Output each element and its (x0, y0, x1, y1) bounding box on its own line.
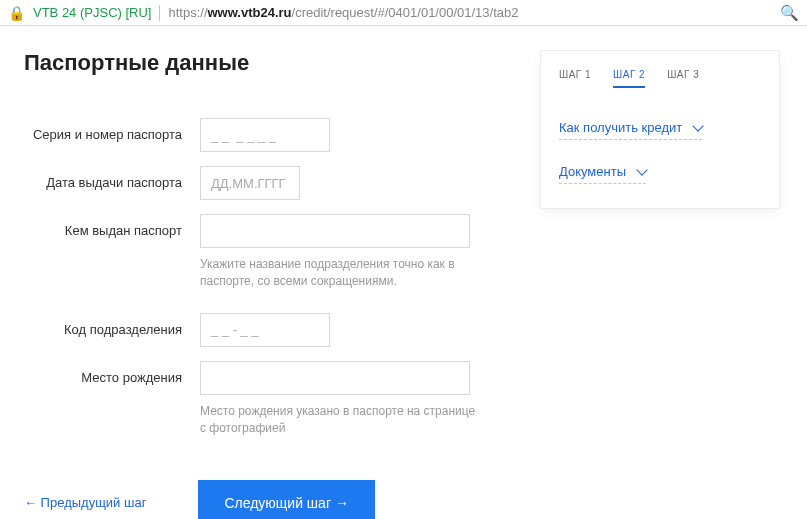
hint-birth-place: Место рождения указано в паспорте на стр… (200, 403, 480, 438)
side-link-label: Как получить кредит (559, 120, 682, 135)
step-1[interactable]: ШАГ 1 (559, 69, 591, 88)
input-dept-code[interactable] (200, 313, 330, 347)
input-passport-sn[interactable] (200, 118, 330, 152)
side-link-label: Документы (559, 164, 626, 179)
url[interactable]: https://www.vtb24.ru/credit/request/#/04… (168, 5, 518, 20)
input-issuer[interactable] (200, 214, 470, 248)
url-host: www.vtb24.ru (208, 5, 292, 20)
form-area: Паспортные данные Серия и номер паспорта… (24, 50, 516, 519)
url-path: /credit/request/#/0401/01/00/01/13/tab2 (292, 5, 519, 20)
lock-icon: 🔒 (8, 5, 25, 21)
search-icon[interactable]: 🔍 (780, 4, 799, 22)
input-issue-date[interactable] (200, 166, 300, 200)
hint-issuer: Укажите название подразделения точно как… (200, 256, 480, 291)
label-issue-date: Дата выдачи паспорта (24, 166, 200, 190)
step-tabs: ШАГ 1 ШАГ 2 ШАГ 3 (559, 69, 761, 88)
separator (159, 5, 160, 21)
step-3[interactable]: ШАГ 3 (667, 69, 699, 88)
side-link-docs[interactable]: Документы (559, 158, 646, 184)
sidebar: ШАГ 1 ШАГ 2 ШАГ 3 Как получить кредит До… (540, 50, 780, 209)
side-link-how-to[interactable]: Как получить кредит (559, 114, 702, 140)
prev-step-link[interactable]: ← Предыдущий шаг (24, 495, 146, 510)
step-2[interactable]: ШАГ 2 (613, 69, 645, 88)
label-passport-sn: Серия и номер паспорта (24, 118, 200, 142)
chevron-down-icon (636, 164, 647, 175)
label-issuer: Кем выдан паспорт (24, 214, 200, 238)
url-scheme: https:// (168, 5, 207, 20)
next-step-button[interactable]: Следующий шаг → (198, 480, 375, 519)
ssl-org: VTB 24 (PJSC) [RU] (33, 5, 151, 20)
label-birth-place: Место рождения (24, 361, 200, 385)
input-birth-place[interactable] (200, 361, 470, 395)
chevron-down-icon (693, 120, 704, 131)
label-dept-code: Код подразделения (24, 313, 200, 337)
page-title: Паспортные данные (24, 50, 516, 76)
address-bar: 🔒 VTB 24 (PJSC) [RU] https://www.vtb24.r… (0, 0, 807, 26)
